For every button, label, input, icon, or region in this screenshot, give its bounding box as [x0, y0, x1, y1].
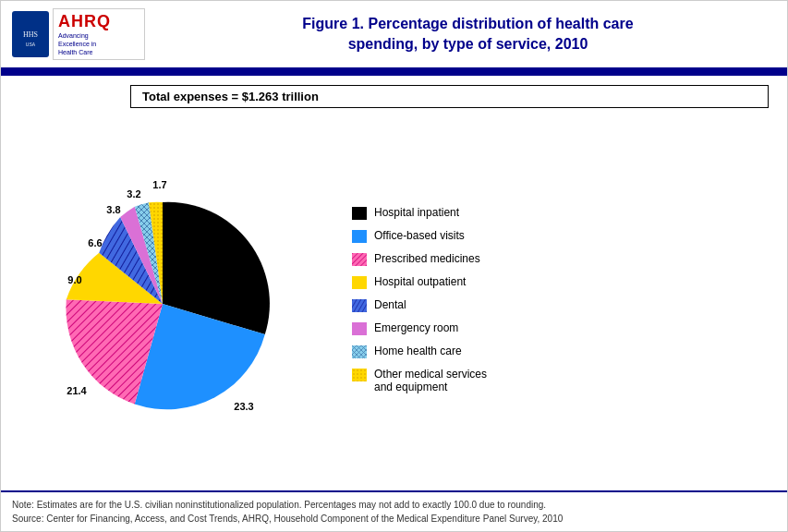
- label-23: 23.3: [234, 401, 253, 412]
- legend-label-hospital-outpatient: Hospital outpatient: [374, 275, 466, 288]
- legend-item-home-health: Home health care: [352, 345, 769, 358]
- page: HHS USA AHRQ AdvancingExcellence inHealt…: [0, 0, 788, 532]
- header: HHS USA AHRQ AdvancingExcellence inHealt…: [1, 1, 787, 70]
- legend-label-prescribed: Prescribed medicines: [374, 252, 480, 265]
- title-line2: spending, by type of service, 2010: [348, 36, 588, 52]
- label-3-2: 3.2: [127, 188, 140, 200]
- svg-rect-17: [352, 276, 367, 289]
- label-31: 31.0: [203, 235, 223, 246]
- label-21: 21.4: [67, 385, 87, 396]
- emergency-icon: [352, 322, 367, 335]
- legend-item-office-visits: Office-based visits: [352, 229, 769, 243]
- svg-rect-12: [352, 207, 367, 220]
- pie-chart-svg: 31.0 23.3 21.4 9.0 6.6 3.8: [19, 161, 315, 438]
- svg-rect-28: [352, 369, 367, 381]
- label-9: 9.0: [67, 274, 81, 285]
- svg-text:HHS: HHS: [23, 30, 38, 39]
- legend-item-emergency: Emergency room: [352, 321, 769, 335]
- svg-rect-20: [352, 299, 367, 312]
- hhs-logo: HHS USA: [12, 11, 49, 57]
- svg-text:USA: USA: [26, 42, 36, 47]
- legend-label-hospital-inpatient: Hospital inpatient: [374, 206, 459, 219]
- hospital-inpatient-icon: [352, 207, 367, 220]
- footer-line2: Source: Center for Financing, Access, an…: [12, 512, 776, 526]
- svg-rect-21: [352, 322, 367, 335]
- footer: Note: Estimates are for the U.S. civilia…: [1, 490, 787, 531]
- label-1-7: 1.7: [152, 179, 166, 190]
- legend-label-home-health: Home health care: [374, 345, 462, 357]
- ahrq-logo: AHRQ AdvancingExcellence inHealth Care: [53, 8, 145, 60]
- svg-rect-13: [352, 230, 367, 243]
- legend: Hospital inpatient Office-based visits: [315, 206, 769, 393]
- ahrq-subtitle: AdvancingExcellence inHealth Care: [58, 31, 139, 56]
- ahrq-text: AHRQ: [58, 12, 139, 31]
- label-3-8: 3.8: [106, 204, 120, 215]
- title-line1: Figure 1. Percentage distribution of hea…: [302, 16, 633, 31]
- home-health-icon: [352, 345, 367, 358]
- svg-rect-16: [352, 253, 367, 266]
- legend-label-emergency: Emergency room: [374, 321, 458, 334]
- legend-item-dental: Dental: [352, 298, 769, 312]
- dental-icon: [352, 299, 367, 312]
- hospital-outpatient-icon: [352, 276, 367, 289]
- other-medical-icon: [352, 369, 367, 381]
- legend-item-hospital-outpatient: Hospital outpatient: [352, 275, 769, 289]
- legend-item-other-medical: Other medical servicesand equipment: [352, 368, 769, 393]
- legend-label-office-visits: Office-based visits: [374, 229, 465, 242]
- pie-chart-container: 31.0 23.3 21.4 9.0 6.6 3.8: [19, 161, 315, 438]
- legend-item-prescribed: Prescribed medicines: [352, 252, 769, 266]
- prescribed-icon: [352, 253, 367, 266]
- label-6: 6.6: [88, 237, 102, 248]
- legend-label-other-medical: Other medical servicesand equipment: [374, 368, 487, 393]
- office-visits-icon: [352, 230, 367, 243]
- chart-area: 31.0 23.3 21.4 9.0 6.6 3.8: [19, 117, 769, 481]
- main-content: Total expenses = $1.263 trillion: [1, 76, 787, 490]
- svg-rect-25: [352, 345, 367, 358]
- legend-label-dental: Dental: [374, 298, 406, 311]
- title-area: Figure 1. Percentage distribution of hea…: [160, 14, 776, 55]
- legend-item-hospital-inpatient: Hospital inpatient: [352, 206, 769, 220]
- logo-area: HHS USA AHRQ AdvancingExcellence inHealt…: [12, 8, 160, 60]
- total-expenses-label: Total expenses = $1.263 trillion: [130, 85, 769, 108]
- chart-title: Figure 1. Percentage distribution of hea…: [160, 14, 776, 55]
- footer-line1: Note: Estimates are for the U.S. civilia…: [12, 498, 776, 512]
